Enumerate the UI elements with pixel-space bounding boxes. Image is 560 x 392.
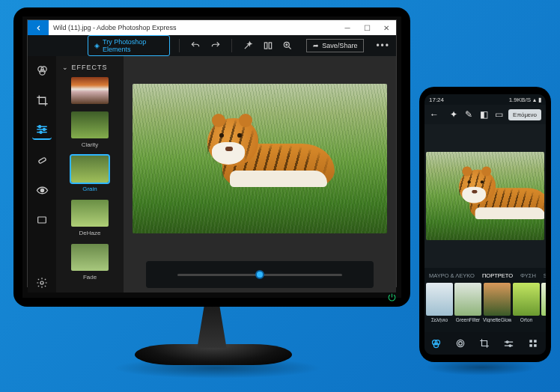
edited-image [133, 84, 387, 233]
filter-item[interactable]: VignetteGlow [483, 283, 511, 332]
promo-button[interactable]: ◈ Try Photoshop Elements [88, 35, 170, 56]
filter-label: Orton [520, 317, 532, 322]
save-share-label: Save/Share [322, 42, 357, 49]
zoom-button[interactable] [281, 37, 295, 54]
filter-thumbnail [454, 283, 481, 316]
brush-button[interactable]: ✎ [463, 109, 474, 120]
effects-panel: ⌄ EFFECTS Clarity Grain DeHaze Fade [56, 56, 124, 293]
looks-tool[interactable] [32, 61, 52, 80]
phone-toolbar: ← ✦ ✎ ◧ ▭ Επόμενο [424, 105, 546, 124]
share-icon: ➦ [313, 42, 319, 49]
tool-rail [28, 56, 56, 293]
effect-label: Clarity [62, 141, 118, 148]
next-button[interactable]: Επόμενο [508, 109, 541, 120]
back-button[interactable]: ← [429, 109, 439, 120]
effect-item[interactable]: Clarity [62, 111, 118, 148]
back-button[interactable] [28, 20, 49, 35]
compare-button[interactable]: ▭ [493, 109, 504, 120]
effect-thumbnail [71, 200, 109, 227]
phone-screen: 17:24 1.9KB/S ▴ ▮ ← ✦ ✎ ◧ ▭ Επόμενο [424, 94, 546, 355]
svg-rect-23 [534, 344, 537, 347]
filter-item[interactable]: Vignett [541, 283, 546, 332]
heal-tool[interactable] [32, 150, 52, 170]
filter-label: GreenFilter [456, 317, 481, 322]
filter-strip[interactable]: Σελήνιο GreenFilter VignetteGlow Orton V… [424, 283, 546, 332]
svg-rect-20 [529, 340, 532, 343]
more-nav[interactable] [528, 338, 540, 349]
phone-bottom-nav [424, 332, 546, 355]
svg-point-8 [40, 131, 42, 133]
adjust-tool[interactable] [32, 120, 52, 140]
svg-point-5 [39, 70, 44, 75]
svg-point-15 [434, 343, 439, 347]
app-window: Wild (11).jpg - Adobe Photoshop Express … [27, 19, 397, 287]
slider-knob[interactable] [255, 270, 264, 279]
monitor-frame: Wild (11).jpg - Adobe Photoshop Express … [13, 7, 410, 307]
compare-button[interactable] [261, 37, 275, 54]
undo-button[interactable] [189, 37, 203, 54]
category-tab[interactable]: ΦΥΣΗ [520, 272, 536, 279]
effect-thumbnail [71, 111, 109, 138]
status-bar: 17:24 1.9KB/S ▴ ▮ [424, 94, 546, 105]
effect-item[interactable]: Fade [62, 244, 118, 281]
svg-rect-21 [534, 340, 537, 343]
power-icon [386, 292, 397, 302]
window-close-button[interactable]: ✕ [377, 20, 396, 35]
settings-button[interactable] [32, 273, 52, 293]
svg-point-10 [40, 189, 43, 192]
separator [179, 39, 180, 52]
chevron-down-icon: ⌄ [62, 64, 69, 71]
save-share-button[interactable]: ➦ Save/Share [306, 39, 364, 52]
effect-thumbnail [71, 156, 109, 183]
filter-thumbnail [541, 283, 546, 316]
signal-icon: ▴ [533, 97, 536, 103]
effect-thumbnail [71, 244, 109, 271]
redeye-tool[interactable] [32, 180, 52, 200]
effect-item[interactable] [62, 77, 118, 104]
intensity-slider[interactable] [177, 274, 342, 276]
filter-item[interactable]: Orton [513, 283, 540, 332]
crop-tool[interactable] [32, 91, 52, 110]
phone-canvas[interactable] [424, 124, 546, 268]
filter-thumbnail [484, 283, 511, 316]
border-tool[interactable] [32, 210, 52, 230]
more-menu-button[interactable]: ••• [370, 40, 396, 51]
category-tab[interactable]: ΜΑΥΡΟ & ΛΕΥΚΟ [429, 272, 475, 279]
svg-point-17 [457, 340, 463, 346]
svg-point-12 [40, 281, 43, 284]
eraser-button[interactable]: ◧ [478, 109, 489, 120]
edited-image [426, 152, 544, 240]
promo-label: Try Photoshop Elements [103, 38, 163, 53]
photoshop-icon: ◈ [94, 42, 100, 49]
effect-label: Fade [62, 274, 118, 281]
effect-item[interactable]: DeHaze [62, 200, 118, 236]
category-tab[interactable]: ΠΟΡΤΡΕΤΟ [482, 272, 513, 279]
filter-item[interactable]: Σελήνιο [426, 283, 453, 332]
window-minimize-button[interactable]: ─ [338, 20, 357, 35]
crop-nav[interactable] [479, 338, 491, 349]
monitor-screen: Wild (11).jpg - Adobe Photoshop Express … [22, 16, 401, 298]
auto-button[interactable]: ✦ [448, 109, 459, 120]
adjust-nav[interactable] [503, 338, 515, 349]
category-tab[interactable]: SPLASH [544, 272, 546, 279]
redo-button[interactable] [208, 37, 222, 54]
image-canvas[interactable] [125, 58, 395, 260]
status-speed: 1.9KB/S [509, 97, 531, 103]
phone-frame: 17:24 1.9KB/S ▴ ▮ ← ✦ ✎ ◧ ▭ Επόμενο [419, 87, 551, 362]
svg-rect-9 [38, 157, 46, 164]
top-toolbar: ◈ Try Photoshop Elements ➦ Save/Share ••… [28, 35, 396, 56]
looks-nav[interactable] [430, 338, 442, 349]
window-title: Wild (11).jpg - Adobe Photoshop Express [49, 24, 338, 31]
window-maximize-button[interactable]: ☐ [357, 20, 377, 35]
filter-thumbnail [426, 283, 453, 316]
svg-point-7 [43, 129, 46, 131]
svg-rect-1 [269, 43, 272, 49]
svg-rect-0 [264, 43, 267, 49]
filter-item[interactable]: GreenFilter [454, 283, 481, 332]
svg-point-16 [458, 342, 462, 346]
effect-item[interactable]: Grain [62, 156, 118, 192]
category-tabs: ΜΑΥΡΟ & ΛΕΥΚΟ ΠΟΡΤΡΕΤΟ ΦΥΣΗ SPLASH [424, 268, 546, 283]
heal-nav[interactable] [455, 338, 467, 349]
effect-label: DeHaze [62, 230, 118, 236]
auto-enhance-button[interactable] [241, 37, 255, 54]
